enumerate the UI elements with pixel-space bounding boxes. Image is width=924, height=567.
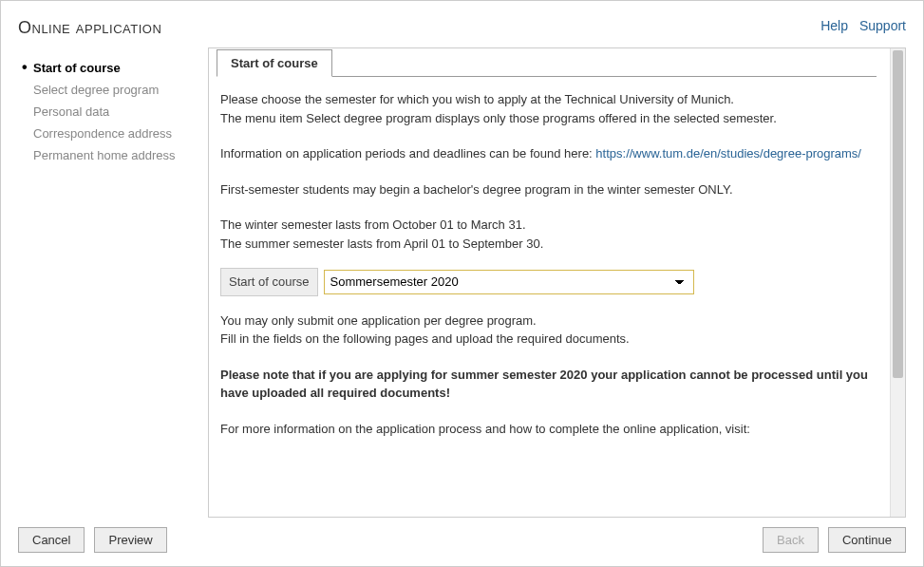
sidebar-item-personal-data[interactable]: Personal data [33,101,208,123]
footer-right: Back Continue [763,527,906,553]
scrollbar-thumb[interactable] [893,50,903,378]
start-of-course-row: Start of course Sommersemester 2020 [220,268,873,296]
app-window: Online application Help Support Start of… [0,0,924,567]
info-paragraph: Information on application periods and d… [220,144,873,163]
more-info-cutoff: For more information on the application … [220,420,873,439]
tab-strip: Start of course [217,48,877,77]
sidebar-item-correspondence-address[interactable]: Correspondence address [33,123,208,144]
page-title: Online application [18,18,161,38]
main-content: Start of course Please choose the semest… [209,48,890,517]
info-link[interactable]: https://www.tum.de/en/studies/degree-pro… [595,146,861,161]
back-button[interactable]: Back [763,527,819,553]
submit-note-1: You may only submit one application per … [220,312,873,331]
continue-button[interactable]: Continue [828,527,906,553]
scrollbar[interactable] [890,48,905,517]
winter-semester-dates: The winter semester lasts from October 0… [220,216,873,235]
first-semester-note: First-semester students may begin a bach… [220,180,873,199]
start-of-course-select[interactable]: Sommersemester 2020 [324,270,694,294]
body: Start of course Select degree program Pe… [1,38,923,518]
tab-start-of-course[interactable]: Start of course [217,49,332,77]
info-prefix: Information on application periods and d… [220,146,595,161]
intro-line-1: Please choose the semester for which you… [220,90,873,109]
sidebar: Start of course Select degree program Pe… [18,47,208,518]
sidebar-item-start-of-course[interactable]: Start of course [33,57,208,79]
main-panel: Start of course Please choose the semest… [208,47,906,518]
content-area: Please choose the semester for which you… [217,77,877,438]
submit-note-2: Fill in the fields on the following page… [220,330,873,349]
footer: Cancel Preview Back Continue [1,518,923,566]
bold-warning: Please note that if you are applying for… [220,366,873,403]
summer-semester-dates: The summer semester lasts from April 01 … [220,235,873,254]
preview-button[interactable]: Preview [94,527,166,553]
help-link[interactable]: Help [820,18,848,33]
cancel-button[interactable]: Cancel [18,527,85,553]
support-link[interactable]: Support [859,18,906,33]
header: Online application Help Support [1,1,923,38]
sidebar-item-permanent-home-address[interactable]: Permanent home address [33,144,208,166]
footer-left: Cancel Preview [18,527,167,553]
start-of-course-label: Start of course [220,268,318,296]
header-links: Help Support [820,18,906,33]
intro-line-2: The menu item Select degree program disp… [220,109,873,128]
sidebar-item-select-degree-program[interactable]: Select degree program [33,79,208,101]
